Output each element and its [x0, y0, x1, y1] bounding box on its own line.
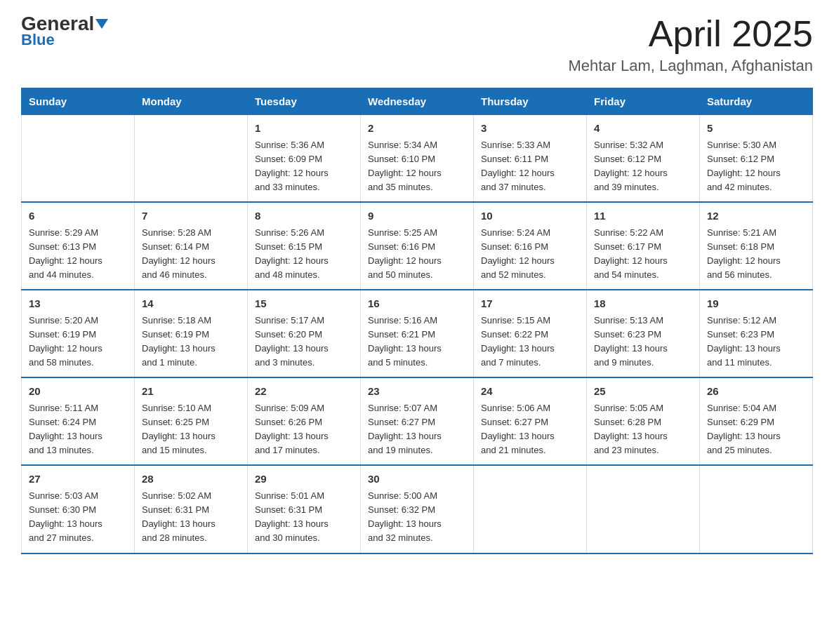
day-number: 30 — [368, 471, 466, 488]
calendar-cell: 12Sunrise: 5:21 AM Sunset: 6:18 PM Dayli… — [700, 202, 813, 290]
calendar-week-row: 27Sunrise: 5:03 AM Sunset: 6:30 PM Dayli… — [22, 465, 813, 553]
day-detail: Sunrise: 5:02 AM Sunset: 6:31 PM Dayligh… — [142, 489, 240, 546]
day-number: 25 — [594, 384, 692, 400]
day-number: 21 — [142, 384, 240, 400]
header-friday: Friday — [587, 88, 700, 115]
calendar-cell: 7Sunrise: 5:28 AM Sunset: 6:14 PM Daylig… — [135, 202, 248, 290]
calendar-table: SundayMondayTuesdayWednesdayThursdayFrid… — [21, 88, 813, 554]
calendar-week-row: 13Sunrise: 5:20 AM Sunset: 6:19 PM Dayli… — [22, 290, 813, 377]
calendar-cell: 26Sunrise: 5:04 AM Sunset: 6:29 PM Dayli… — [700, 377, 813, 465]
calendar-cell: 15Sunrise: 5:17 AM Sunset: 6:20 PM Dayli… — [248, 290, 361, 377]
day-detail: Sunrise: 5:25 AM Sunset: 6:16 PM Dayligh… — [368, 226, 466, 283]
day-detail: Sunrise: 5:10 AM Sunset: 6:25 PM Dayligh… — [142, 401, 240, 458]
calendar-cell: 5Sunrise: 5:30 AM Sunset: 6:12 PM Daylig… — [700, 115, 813, 203]
day-number: 13 — [29, 296, 127, 312]
day-number: 22 — [255, 384, 353, 400]
header-sunday: Sunday — [22, 88, 135, 115]
day-number: 16 — [368, 296, 466, 312]
day-number: 4 — [594, 121, 692, 137]
day-detail: Sunrise: 5:16 AM Sunset: 6:21 PM Dayligh… — [368, 314, 466, 370]
calendar-cell — [22, 115, 135, 203]
logo-area: General Blue — [21, 14, 108, 49]
day-number: 27 — [29, 471, 127, 488]
day-detail: Sunrise: 5:09 AM Sunset: 6:26 PM Dayligh… — [255, 401, 353, 458]
day-number: 19 — [707, 296, 805, 312]
logo-blue-text: Blue — [21, 31, 55, 49]
day-detail: Sunrise: 5:11 AM Sunset: 6:24 PM Dayligh… — [29, 401, 127, 458]
day-detail: Sunrise: 5:01 AM Sunset: 6:31 PM Dayligh… — [255, 489, 353, 546]
day-number: 18 — [594, 296, 692, 312]
day-detail: Sunrise: 5:22 AM Sunset: 6:17 PM Dayligh… — [594, 226, 692, 283]
month-title: April 2025 — [568, 14, 813, 54]
calendar-cell: 3Sunrise: 5:33 AM Sunset: 6:11 PM Daylig… — [474, 115, 587, 203]
calendar-cell: 16Sunrise: 5:16 AM Sunset: 6:21 PM Dayli… — [361, 290, 474, 377]
day-detail: Sunrise: 5:32 AM Sunset: 6:12 PM Dayligh… — [594, 138, 692, 195]
calendar-cell: 6Sunrise: 5:29 AM Sunset: 6:13 PM Daylig… — [22, 202, 135, 290]
day-detail: Sunrise: 5:13 AM Sunset: 6:23 PM Dayligh… — [594, 314, 692, 370]
calendar-cell: 27Sunrise: 5:03 AM Sunset: 6:30 PM Dayli… — [22, 465, 135, 553]
calendar-cell: 28Sunrise: 5:02 AM Sunset: 6:31 PM Dayli… — [135, 465, 248, 553]
calendar-cell: 19Sunrise: 5:12 AM Sunset: 6:23 PM Dayli… — [700, 290, 813, 377]
calendar-cell — [474, 465, 587, 553]
day-number: 24 — [481, 384, 579, 400]
calendar-cell — [587, 465, 700, 553]
day-number: 20 — [29, 384, 127, 400]
day-number: 11 — [594, 208, 692, 224]
day-detail: Sunrise: 5:30 AM Sunset: 6:12 PM Dayligh… — [707, 138, 805, 195]
day-number: 8 — [255, 208, 353, 224]
logo-triangle-icon — [95, 19, 108, 29]
calendar-cell: 29Sunrise: 5:01 AM Sunset: 6:31 PM Dayli… — [248, 465, 361, 553]
day-detail: Sunrise: 5:33 AM Sunset: 6:11 PM Dayligh… — [481, 138, 579, 195]
calendar-cell: 9Sunrise: 5:25 AM Sunset: 6:16 PM Daylig… — [361, 202, 474, 290]
day-detail: Sunrise: 5:12 AM Sunset: 6:23 PM Dayligh… — [707, 314, 805, 370]
day-detail: Sunrise: 5:29 AM Sunset: 6:13 PM Dayligh… — [29, 226, 127, 283]
calendar-week-row: 6Sunrise: 5:29 AM Sunset: 6:13 PM Daylig… — [22, 202, 813, 290]
day-number: 9 — [368, 208, 466, 224]
header-wednesday: Wednesday — [361, 88, 474, 115]
calendar-cell: 13Sunrise: 5:20 AM Sunset: 6:19 PM Dayli… — [22, 290, 135, 377]
day-number: 3 — [481, 121, 579, 137]
day-number: 10 — [481, 208, 579, 224]
day-number: 14 — [142, 296, 240, 312]
day-detail: Sunrise: 5:21 AM Sunset: 6:18 PM Dayligh… — [707, 226, 805, 283]
day-number: 28 — [142, 471, 240, 488]
calendar-cell: 11Sunrise: 5:22 AM Sunset: 6:17 PM Dayli… — [587, 202, 700, 290]
day-detail: Sunrise: 5:17 AM Sunset: 6:20 PM Dayligh… — [255, 314, 353, 370]
day-number: 29 — [255, 471, 353, 488]
calendar-cell: 18Sunrise: 5:13 AM Sunset: 6:23 PM Dayli… — [587, 290, 700, 377]
header-monday: Monday — [135, 88, 248, 115]
day-number: 12 — [707, 208, 805, 224]
calendar-cell: 2Sunrise: 5:34 AM Sunset: 6:10 PM Daylig… — [361, 115, 474, 203]
calendar-header-row: SundayMondayTuesdayWednesdayThursdayFrid… — [22, 88, 813, 115]
day-detail: Sunrise: 5:20 AM Sunset: 6:19 PM Dayligh… — [29, 314, 127, 370]
title-area: April 2025 Mehtar Lam, Laghman, Afghanis… — [568, 14, 813, 75]
day-detail: Sunrise: 5:24 AM Sunset: 6:16 PM Dayligh… — [481, 226, 579, 283]
day-detail: Sunrise: 5:04 AM Sunset: 6:29 PM Dayligh… — [707, 401, 805, 458]
calendar-cell: 20Sunrise: 5:11 AM Sunset: 6:24 PM Dayli… — [22, 377, 135, 465]
day-detail: Sunrise: 5:15 AM Sunset: 6:22 PM Dayligh… — [481, 314, 579, 370]
calendar-cell: 1Sunrise: 5:36 AM Sunset: 6:09 PM Daylig… — [248, 115, 361, 203]
day-detail: Sunrise: 5:26 AM Sunset: 6:15 PM Dayligh… — [255, 226, 353, 283]
day-detail: Sunrise: 5:18 AM Sunset: 6:19 PM Dayligh… — [142, 314, 240, 370]
calendar-cell: 10Sunrise: 5:24 AM Sunset: 6:16 PM Dayli… — [474, 202, 587, 290]
day-number: 26 — [707, 384, 805, 400]
calendar-cell: 21Sunrise: 5:10 AM Sunset: 6:25 PM Dayli… — [135, 377, 248, 465]
calendar-cell: 8Sunrise: 5:26 AM Sunset: 6:15 PM Daylig… — [248, 202, 361, 290]
calendar-cell: 24Sunrise: 5:06 AM Sunset: 6:27 PM Dayli… — [474, 377, 587, 465]
header-thursday: Thursday — [474, 88, 587, 115]
day-detail: Sunrise: 5:07 AM Sunset: 6:27 PM Dayligh… — [368, 401, 466, 458]
calendar-cell: 4Sunrise: 5:32 AM Sunset: 6:12 PM Daylig… — [587, 115, 700, 203]
calendar-cell: 23Sunrise: 5:07 AM Sunset: 6:27 PM Dayli… — [361, 377, 474, 465]
page-header: General Blue April 2025 Mehtar Lam, Lagh… — [21, 14, 813, 75]
calendar-cell: 14Sunrise: 5:18 AM Sunset: 6:19 PM Dayli… — [135, 290, 248, 377]
day-detail: Sunrise: 5:36 AM Sunset: 6:09 PM Dayligh… — [255, 138, 353, 195]
day-detail: Sunrise: 5:03 AM Sunset: 6:30 PM Dayligh… — [29, 489, 127, 546]
header-saturday: Saturday — [700, 88, 813, 115]
day-detail: Sunrise: 5:00 AM Sunset: 6:32 PM Dayligh… — [368, 489, 466, 546]
day-number: 23 — [368, 384, 466, 400]
day-number: 7 — [142, 208, 240, 224]
day-number: 1 — [255, 121, 353, 137]
day-number: 17 — [481, 296, 579, 312]
calendar-cell: 30Sunrise: 5:00 AM Sunset: 6:32 PM Dayli… — [361, 465, 474, 553]
calendar-cell — [135, 115, 248, 203]
